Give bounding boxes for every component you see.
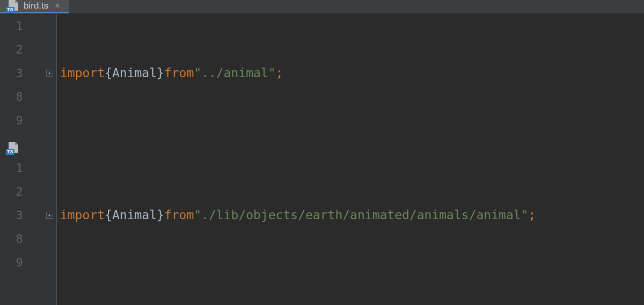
tab-label: bird.ts [24,1,48,11]
ts-file-icon: TS [6,0,18,12]
tab-bar: TS bird.ts × [0,0,644,14]
code-line[interactable] [60,132,644,155]
code-editor[interactable]: 1 2 3 8 9 + import {Animal} from "./lib/… [0,156,644,305]
editor-pane-top: TS bird.ts × 1 2 3 8 9 + import {Animal}… [0,0,644,142]
fold-expand-icon[interactable]: + [46,212,53,219]
line-number: 9 [0,250,43,274]
fold-gutter: + [43,156,57,305]
tab-bird-ts[interactable]: TS bird.ts × [0,0,69,13]
line-number: 1 [0,156,43,180]
code-line[interactable] [60,274,644,297]
code-area[interactable]: import {Animal} from "./lib/objects/eart… [57,156,644,305]
line-number: 2 [0,38,43,61]
line-number: 8 [0,85,43,108]
line-number: 8 [0,227,43,250]
line-number: 9 [0,108,43,132]
code-line[interactable]: import {Animal} from "./lib/objects/eart… [60,203,644,227]
editor-pane-bottom: TS dog.ts × 1 2 3 8 9 + import {Animal} … [0,142,644,305]
fold-expand-icon[interactable]: + [46,70,53,77]
close-icon[interactable]: × [54,1,61,11]
code-line[interactable]: import {Animal} from "../animal"; [60,61,644,85]
line-number: 1 [0,14,43,38]
ts-file-icon: TS [6,142,18,154]
line-number: 3 [0,203,43,227]
line-number: 3 [0,61,43,85]
line-number: 2 [0,180,43,203]
line-number-gutter: 1 2 3 8 9 [0,156,43,305]
